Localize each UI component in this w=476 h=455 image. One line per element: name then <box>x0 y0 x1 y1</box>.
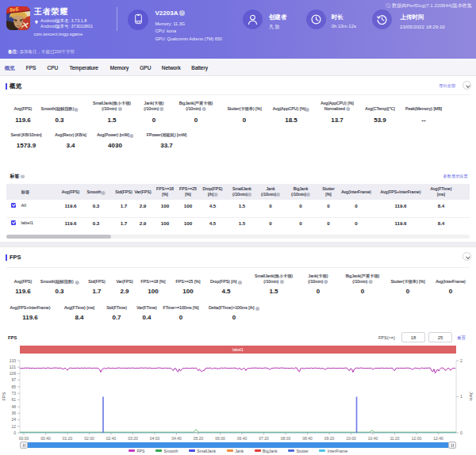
svg-text:06:40: 06:40 <box>237 436 248 441</box>
svg-text:85: 85 <box>11 384 16 389</box>
svg-text:109: 109 <box>10 371 17 376</box>
svg-text:1: 1 <box>460 394 463 399</box>
svg-text:08:00: 08:00 <box>281 436 291 441</box>
svg-text:02:40: 02:40 <box>106 436 117 441</box>
svg-text:09:20: 09:20 <box>324 436 335 441</box>
svg-text:12:00: 12:00 <box>412 436 422 441</box>
svg-text:73: 73 <box>11 391 16 396</box>
svg-text:04:00: 04:00 <box>150 436 160 441</box>
svg-text:24: 24 <box>11 417 16 422</box>
svg-text:12:40: 12:40 <box>433 436 443 441</box>
svg-text:06:00: 06:00 <box>215 436 225 441</box>
svg-text:08:40: 08:40 <box>302 436 313 441</box>
svg-text:10:40: 10:40 <box>368 436 378 441</box>
svg-text:03:20: 03:20 <box>128 436 138 441</box>
svg-text:11:20: 11:20 <box>390 436 399 441</box>
svg-text:48: 48 <box>11 404 16 409</box>
svg-text:04:40: 04:40 <box>171 436 182 441</box>
svg-text:36: 36 <box>11 411 16 415</box>
svg-text:FPS: FPS <box>2 392 6 400</box>
svg-text:02:00: 02:00 <box>84 436 94 441</box>
svg-text:0: 0 <box>13 430 16 435</box>
svg-text:01:20: 01:20 <box>63 436 73 441</box>
svg-text:12: 12 <box>11 424 16 429</box>
svg-text:97: 97 <box>11 377 16 382</box>
svg-text:61: 61 <box>11 397 16 402</box>
svg-text:121: 121 <box>10 365 17 369</box>
svg-text:0: 0 <box>460 430 463 435</box>
svg-text:10:00: 10:00 <box>346 436 356 441</box>
svg-text:133: 133 <box>10 358 17 363</box>
svg-text:00:40: 00:40 <box>40 436 51 441</box>
svg-text:2: 2 <box>460 358 463 363</box>
svg-text:07:20: 07:20 <box>259 436 269 441</box>
svg-text:5v5: 5v5 <box>10 6 19 13</box>
svg-text:Jank: Jank <box>469 392 474 401</box>
svg-text:05:20: 05:20 <box>194 436 204 441</box>
svg-text:00:00: 00:00 <box>19 436 29 441</box>
